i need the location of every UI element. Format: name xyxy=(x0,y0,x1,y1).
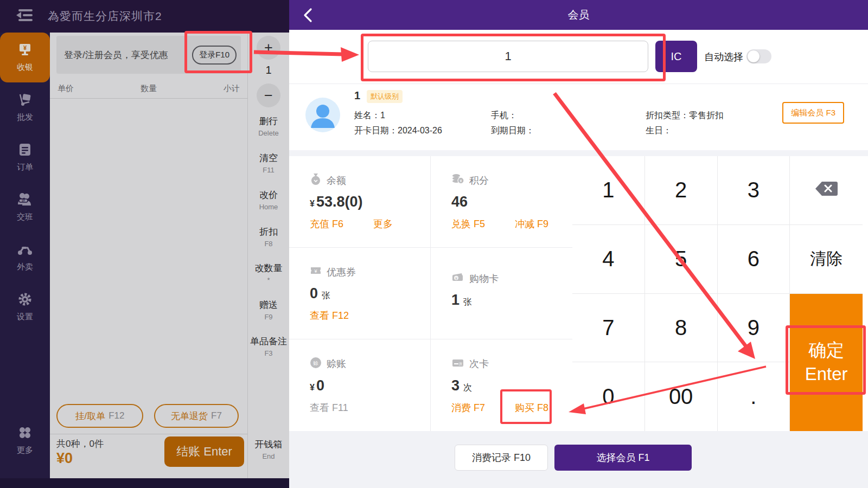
scooter-icon xyxy=(17,242,33,258)
numpad-key-6[interactable]: 6 xyxy=(718,225,790,294)
field-name: 姓名：1 xyxy=(354,110,385,121)
sidebar-item-cashier[interactable]: ¥ 收银 xyxy=(0,33,50,82)
numpad-key-dot[interactable]: . xyxy=(718,362,790,431)
member-info-row: 1 默认级别 姓名：1 开卡日期：2024-03-26 手机： 到期日期： 折扣… xyxy=(289,84,868,150)
shift-change-icon: ⇄ xyxy=(17,192,33,208)
svg-text:赊: 赊 xyxy=(314,361,318,366)
action-open-drawer[interactable]: 开钱箱End xyxy=(248,438,289,460)
col-price: 单价 xyxy=(58,84,118,94)
action-gift[interactable]: 赠送F9 xyxy=(248,299,289,321)
buy-times-link[interactable]: 购买 F8 xyxy=(515,401,548,414)
svg-text:¥: ¥ xyxy=(23,44,27,51)
numpad: 1 2 3 4 5 6 清除 7 8 9 确定 Enter 0 00 . xyxy=(572,156,863,431)
view-credit-link[interactable]: 查看 F11 xyxy=(310,401,348,414)
consume-times-link[interactable]: 消费 F7 xyxy=(451,401,485,414)
card-title: 购物卡 xyxy=(469,272,499,285)
sidebar-item-label: 收银 xyxy=(17,62,33,73)
card-times-card: 次 次卡 3次 消费 F7 购买 F8 xyxy=(431,339,572,431)
cart-actions-column: + 1 − 删行Delete 清空F11 改价Home 折扣F8 改数量* 赠送… xyxy=(247,33,289,478)
card-points: ¥ 积分 46 兑换 F5 冲减 F9 xyxy=(431,156,572,248)
numpad-key-00[interactable]: 00 xyxy=(645,362,718,431)
card-title: 积分 xyxy=(469,174,489,187)
edit-member-button[interactable]: 编辑会员 F3 xyxy=(782,102,844,124)
topbar: 為愛而生分店深圳市2 xyxy=(0,0,289,33)
numpad-key-4[interactable]: 4 xyxy=(572,225,645,294)
action-clear[interactable]: 清空F11 xyxy=(248,152,289,174)
card-title: 次卡 xyxy=(469,357,489,370)
numpad-clear-button[interactable]: 清除 xyxy=(790,225,863,294)
numpad-backspace-button[interactable] xyxy=(790,156,863,225)
sidebar-item-settings[interactable]: 设置 xyxy=(0,282,50,332)
divider xyxy=(50,434,247,434)
sidebar-item-shift[interactable]: ⇄ 交班 xyxy=(0,182,50,232)
numpad-enter-button[interactable]: 确定 Enter xyxy=(790,294,863,432)
numpad-key-2[interactable]: 2 xyxy=(645,156,718,225)
card-credit: 赊 赊账 ¥0 查看 F11 xyxy=(289,339,431,431)
member-avatar xyxy=(305,98,340,132)
numpad-key-5[interactable]: 5 xyxy=(645,225,718,294)
field-phone: 手机： xyxy=(491,110,517,121)
member-cards-grid: 余额 ¥53.8(0) 充值 F6 更多 ¥ 积分 46 兑换 F5 冲减 F9 xyxy=(289,156,572,431)
shopping-card-icon: ¥ xyxy=(451,271,464,286)
sidebar-item-label: 更多 xyxy=(17,445,33,455)
sidebar-item-more[interactable]: 更多 xyxy=(0,415,50,465)
menu-outdent-icon[interactable] xyxy=(15,8,34,25)
cart-summary: 共0种，0件 xyxy=(56,438,104,450)
sidebar-item-delivery[interactable]: 外卖 xyxy=(0,232,50,282)
action-discount[interactable]: 折扣F8 xyxy=(248,226,289,248)
toggle-knob xyxy=(748,50,760,62)
numpad-key-9[interactable]: 9 xyxy=(718,294,790,363)
ic-card-button[interactable]: IC xyxy=(655,41,697,72)
checkout-button[interactable]: 结账 Enter xyxy=(164,436,244,467)
backspace-icon xyxy=(814,178,839,202)
qty-value: 1 xyxy=(248,64,289,76)
sidebar-item-wholesale[interactable]: 批发 xyxy=(0,82,50,132)
sidebar-item-label: 订单 xyxy=(17,162,33,172)
action-change-price[interactable]: 改价Home xyxy=(248,189,289,211)
more-grid-icon xyxy=(18,426,32,441)
recharge-link[interactable]: 充值 F6 xyxy=(310,217,343,230)
card-title: 赊账 xyxy=(327,357,346,370)
numpad-key-0[interactable]: 0 xyxy=(572,362,645,431)
svg-text:¥: ¥ xyxy=(455,277,457,280)
numpad-key-8[interactable]: 8 xyxy=(645,294,718,363)
login-button[interactable]: 登录F10 xyxy=(192,46,237,65)
member-level-badge: 默认级别 xyxy=(367,90,403,103)
svg-text:¥: ¥ xyxy=(314,268,317,274)
view-coupons-link[interactable]: 查看 F12 xyxy=(310,309,349,322)
field-birthday: 生日： xyxy=(646,125,672,137)
sidebar: ¥ 收银 批发 订单 xyxy=(0,33,50,478)
no-receipt-return-button[interactable]: 无单退货F7 xyxy=(154,404,239,428)
field-open-date: 开卡日期：2024-03-26 xyxy=(354,125,442,137)
sidebar-item-label: 设置 xyxy=(17,312,33,322)
qty-minus-button[interactable]: − xyxy=(257,84,280,107)
receipt-icon xyxy=(18,143,32,158)
action-change-qty[interactable]: 改数量* xyxy=(248,262,289,284)
cash-register-icon: ¥ xyxy=(17,43,33,59)
card-shopping-card: ¥ 购物卡 1张 xyxy=(431,248,572,339)
numpad-key-7[interactable]: 7 xyxy=(572,294,645,363)
coupon-icon: ¥ xyxy=(310,265,322,279)
sidebar-item-orders[interactable]: 订单 xyxy=(0,132,50,182)
cart-total: ¥0 xyxy=(56,450,73,467)
action-item-note[interactable]: 单品备注F3 xyxy=(248,335,289,357)
numpad-key-3[interactable]: 3 xyxy=(718,156,790,225)
hand-truck-icon xyxy=(17,93,33,108)
member-dialog-footer: 消费记录 F10 选择会员 F1 xyxy=(289,431,868,488)
dialog-title: 会员 xyxy=(289,8,868,22)
member-search-input[interactable] xyxy=(368,41,648,72)
select-member-button[interactable]: 选择会员 F1 xyxy=(554,445,692,471)
times-card-icon: 次 xyxy=(451,357,464,371)
numpad-key-1[interactable]: 1 xyxy=(572,156,645,225)
auto-select-toggle[interactable] xyxy=(746,49,771,63)
card-coupons: ¥ 优惠券 0张 查看 F12 xyxy=(289,248,431,339)
consumption-history-button[interactable]: 消费记录 F10 xyxy=(455,445,548,471)
banner-text: 登录/注册会员，享受优惠 xyxy=(64,49,192,61)
hold-retrieve-button[interactable]: 挂/取单F12 xyxy=(56,404,143,428)
field-discount-type: 折扣类型：零售折扣 xyxy=(646,110,724,121)
deduct-points-link[interactable]: 冲减 F9 xyxy=(515,217,548,230)
qty-plus-button[interactable]: + xyxy=(257,36,280,60)
action-delete-row[interactable]: 删行Delete xyxy=(248,115,289,137)
redeem-points-link[interactable]: 兑换 F5 xyxy=(451,217,485,230)
balance-more-link[interactable]: 更多 xyxy=(373,217,393,230)
